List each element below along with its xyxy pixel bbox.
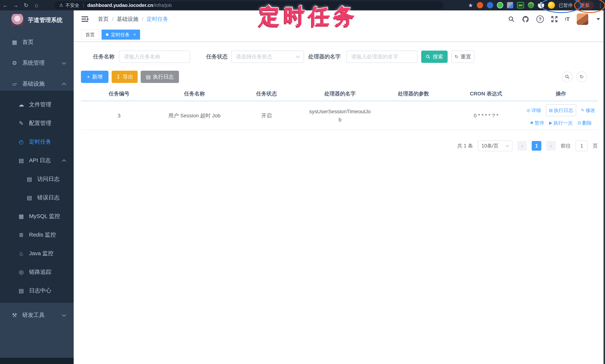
fullscreen-icon[interactable] — [551, 16, 558, 23]
breadcrumb-section[interactable]: 基础设施 — [117, 15, 138, 23]
sidebar-item-label: 链路追踪 — [29, 268, 51, 276]
sidebar-item-mysql-monitor[interactable]: ▦ MySQL 监控 — [0, 209, 74, 223]
extension-icon-grid[interactable] — [507, 2, 513, 8]
search-icon[interactable] — [508, 16, 515, 23]
app-logo-row[interactable]: 芋道管理系统 — [0, 10, 74, 30]
extension-icon-plant[interactable] — [528, 2, 534, 8]
exec-log-button[interactable]: ▤ 执行日志 — [141, 71, 179, 83]
sidebar-item-java-monitor[interactable]: ♨ Java 监控 — [0, 246, 74, 260]
chevron-up-icon — [62, 83, 66, 87]
pause-link[interactable]: ✖ 暂停 — [530, 119, 544, 127]
sidebar-item-devtools[interactable]: ⚒ 研发工具 — [0, 308, 74, 322]
job-status-select[interactable]: 请选择任务状态 — [231, 51, 304, 63]
bookmark-star-icon[interactable]: ★ — [468, 2, 473, 9]
sidebar-item-config-manage[interactable]: ✎ 配置管理 — [0, 116, 74, 130]
cell-actions: ◎ 详细 ▤ 执行日志 ✎ 修改 — [524, 104, 598, 127]
refresh-table-button[interactable]: ↻ — [576, 71, 587, 82]
error-log-icon: ▤ — [25, 194, 33, 201]
chevron-down-icon — [62, 60, 66, 65]
extension-on-badge[interactable]: on — [517, 2, 524, 8]
redis-icon: ≣ — [17, 232, 25, 238]
play-icon: ▶ — [549, 119, 552, 127]
run-once-link[interactable]: ▶ 执行一次 — [549, 119, 573, 127]
edit-link[interactable]: ✎ 修改 — [581, 106, 595, 114]
goto-page-input[interactable] — [576, 141, 588, 151]
page-number-1[interactable]: 1 — [532, 141, 541, 151]
page-size-select[interactable]: 10条/页 — [478, 141, 512, 151]
browser-home-icon[interactable]: ⌂ — [31, 2, 42, 8]
sidebar-item-label: 基础设施 — [22, 80, 45, 88]
tab-scheduled-jobs[interactable]: 定时任务 × — [102, 30, 140, 40]
toggle-search-button[interactable] — [562, 71, 573, 82]
tab-close-icon[interactable]: × — [133, 32, 136, 37]
sidebar-item-system[interactable]: ⚙ 系统管理 — [0, 56, 74, 70]
tab-active-dot — [106, 33, 108, 36]
browser-toolbar: ← → ↻ ⌂ ⚠ 不安全 | dashboard.yudao.iocoder.… — [0, 0, 605, 10]
trash-icon: ⊟ — [578, 119, 581, 127]
row-exec-log-link[interactable]: ▤ 执行日志 — [546, 104, 576, 116]
help-icon[interactable]: ? — [536, 15, 544, 23]
sidebar-collapse-icon[interactable] — [80, 15, 89, 23]
browser-back-icon[interactable]: ← — [0, 2, 10, 8]
tab-home[interactable]: 首页 — [81, 30, 99, 40]
delete-link[interactable]: ⊟ 删除 — [578, 119, 592, 127]
avatar-caret-icon[interactable] — [596, 18, 600, 20]
extension-icon-green-check[interactable] — [497, 2, 503, 8]
user-avatar[interactable] — [577, 13, 588, 25]
sidebar-item-home[interactable]: ▦ 首页 — [0, 35, 74, 49]
extensions-puzzle-icon[interactable] — [538, 2, 544, 8]
job-name-label: 任务名称 — [93, 51, 115, 63]
handler-name-input[interactable] — [351, 54, 413, 60]
extension-icon-blue[interactable] — [487, 2, 493, 8]
sidebar-item-scheduled-jobs[interactable]: ◴ 定时任务 — [0, 135, 74, 149]
reset-button[interactable]: ↻ 重置 — [451, 51, 474, 63]
profile-emoji-avatar[interactable] — [548, 2, 555, 9]
sidebar-item-redis-monitor[interactable]: ≣ Redis 监控 — [0, 228, 74, 242]
main-content: 首页 / 基础设施 / 定时任务 ? — [74, 10, 605, 364]
sidebar-item-label: Java 监控 — [29, 250, 53, 257]
breadcrumb-current: 定时任务 — [147, 15, 168, 23]
devtools-icon: ⚒ — [10, 312, 19, 318]
detail-link[interactable]: ◎ 详细 — [527, 106, 541, 114]
address-bar[interactable]: ⚠ 不安全 | dashboard.yudao.iocoder.cn /infr… — [54, 1, 444, 9]
extension-icon-orange[interactable] — [477, 2, 483, 8]
add-button-label: 新增 — [92, 73, 103, 80]
add-button[interactable]: + 新增 — [81, 71, 108, 83]
search-button[interactable]: 搜索 — [421, 51, 447, 63]
sidebar-item-log-center[interactable]: ▤ 日志中心 — [0, 284, 74, 298]
pagination-total: 共 1 条 — [457, 143, 473, 149]
breadcrumb-home[interactable]: 首页 — [98, 15, 109, 23]
github-icon[interactable] — [522, 15, 529, 23]
header-action-icons: ? tT — [508, 13, 600, 25]
sidebar-item-access-log[interactable]: ▤ 访问日志 — [0, 172, 74, 186]
not-secure-warning-icon: ⚠ — [59, 3, 63, 8]
cell-handler-name: sysUserSessionTimeoutJob — [301, 107, 379, 124]
chevron-down-icon — [62, 313, 66, 317]
app-root: ← → ↻ ⌂ ⚠ 不安全 | dashboard.yudao.iocoder.… — [0, 0, 605, 364]
row-highlight-strip — [81, 100, 598, 102]
sidebar-item-file-manage[interactable]: ☁ 文件管理 — [0, 97, 74, 112]
window-scrollbar[interactable] — [604, 10, 605, 364]
handler-name-input-wrap — [346, 51, 418, 63]
browser-forward-icon[interactable]: → — [10, 2, 21, 8]
prev-page-button[interactable]: ‹ — [517, 141, 527, 151]
edit-icon: ✎ — [581, 106, 584, 114]
cloud-upload-icon: ☁ — [17, 101, 25, 108]
export-button[interactable]: ↧ 导出 — [112, 71, 138, 83]
sidebar: 芋道管理系统 ▦ 首页 ⚙ 系统管理 ▱ 基础设施 ☁ 文件管理 ✎ 配置管理 — [0, 10, 74, 364]
browser-reload-icon[interactable]: ↻ — [21, 2, 31, 9]
col-header-cron: CRON 表达式 — [448, 90, 524, 97]
sidebar-submenu-infra: ☁ 文件管理 ✎ 配置管理 ◴ 定时任务 ▤ API 日志 ▤ 访问日志 ▤ — [0, 91, 74, 303]
cell-job-status: 开启 — [232, 112, 301, 120]
col-header-handler-name: 处理器的名字 — [301, 90, 379, 97]
sidebar-item-trace[interactable]: ◎ 链路追踪 — [0, 265, 74, 279]
sidebar-item-api-log[interactable]: ▤ API 日志 — [0, 153, 74, 167]
job-name-input[interactable] — [124, 54, 185, 60]
sidebar-item-error-log[interactable]: ▤ 错误日志 — [0, 191, 74, 205]
java-icon: ♨ — [17, 250, 25, 257]
browser-update-button[interactable]: 更新 — [576, 1, 594, 10]
browser-menu-icon[interactable]: ⋮ — [598, 2, 604, 9]
font-size-icon[interactable]: tT — [565, 16, 570, 22]
sidebar-item-infra[interactable]: ▱ 基础设施 — [0, 77, 74, 91]
next-page-button[interactable]: › — [546, 141, 556, 151]
